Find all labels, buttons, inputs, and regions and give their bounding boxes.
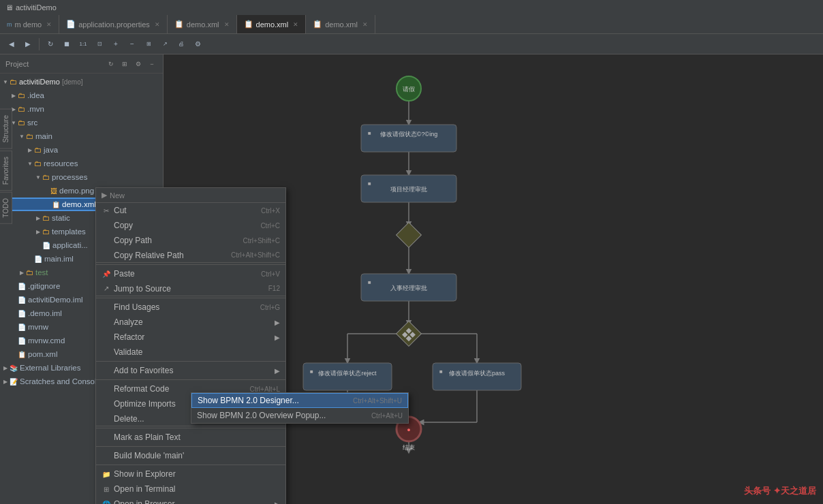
cm-favorites-arrow: ▶ [275,367,280,375]
tree-item-processes[interactable]: ▼ 🗀 processes [0,170,163,184]
cm-add-favorites[interactable]: Add to Favorites ▶ [96,363,285,378]
folder-icon: 🗀 [26,268,33,277]
svg-text:■: ■ [310,368,313,375]
cm-find-usages[interactable]: Find Usages Ctrl+G [96,300,285,315]
main-layout: Project ↻ ⊞ ⚙ − ▼ 🗀 activitiDemo [demo] … [0,54,823,504]
tab-demo-xml-1[interactable]: 📋 demo.xml ✕ [168,15,237,33]
title-bar: 🖥 activitiDemo [0,0,823,15]
cm-copy-relative-path[interactable]: Copy Relative Path Ctrl+Alt+Shift+C [96,248,285,263]
cm-refactor-label: Refactor [114,332,144,342]
toolbar-print[interactable]: 🖨 [174,37,189,52]
cm-paste-label: Paste [114,269,135,279]
tree-arrow: ▼ [1,78,10,86]
toolbar-1to1[interactable]: 1:1 [76,37,91,52]
cmd-icon: 📄 [18,337,26,345]
toolbar-zoom-out[interactable]: − [125,37,140,52]
cm-analyze[interactable]: Analyze ▶ [96,315,285,330]
tab-demo-xml-3[interactable]: 📋 demo.xml ✕ [306,15,375,33]
tab-m-demo[interactable]: m m demo ✕ [0,15,59,33]
jump-icon: ↗ [102,285,111,292]
tree-item-idea[interactable]: ▶ 🗀 .idea [0,89,163,102]
cm-paste-shortcut: Ctrl+V [261,270,280,278]
cm-optimize-label: Optimize Imports [114,399,176,409]
svg-text:修改请假状态©?©ing: 修改请假状态©?©ing [380,131,437,138]
paste-icon: 📌 [102,270,111,278]
folder-icon: 🗀 [42,173,50,181]
tree-label: demo.xml [62,200,96,208]
cm-find-shortcut: Ctrl+G [260,304,280,311]
folder-icon: 🗀 [26,132,33,140]
toolbar-refresh[interactable]: ↻ [43,37,58,52]
tab-application-properties[interactable]: 📄 application.properties ✕ [59,15,168,33]
tree-label: mvnw [28,323,48,331]
cm-delete-label: Delete... [114,414,144,424]
cm-refactor[interactable]: Refactor ▶ [96,330,285,345]
tree-item-mvn[interactable]: ▶ 🗀 .mvn [0,102,163,116]
toolbar-export[interactable]: ↗ [157,37,172,52]
tree-label: activitiDemo.iml [28,296,83,304]
tree-arrow: ▶ [34,214,42,222]
cm-sep-3 [96,361,285,362]
tree-arrow: ▶ [34,227,42,236]
submenu-show-bpmn[interactable]: Show BPMN 2.0 Designer... Ctrl+Alt+Shift… [191,393,408,408]
cm-build-module[interactable]: Build Module 'main' [96,448,285,463]
sidebar-close-icon[interactable]: − [146,59,157,69]
cm-paste[interactable]: 📌 Paste Ctrl+V [96,266,285,281]
watermark: 头条号 ✦天之道居 [744,485,816,497]
tab-icon: m [7,21,12,28]
cm-show-explorer[interactable]: 📁 Show in Explorer [96,467,285,482]
toolbar-back[interactable]: ◀ [4,37,19,52]
cm-open-browser[interactable]: 🌐 Open in Browser ▶ [96,497,285,504]
submenu-show-bpmn-overview[interactable]: Show BPMN 2.0 Overview Popup... Ctrl+Alt… [191,408,408,423]
diagrams-submenu: Show BPMN 2.0 Designer... Ctrl+Alt+Shift… [191,392,409,424]
left-tab-structure[interactable]: Structure [0,109,12,149]
cm-cut[interactable]: ✂ Cut Ctrl+X [96,203,285,218]
cm-copy-path[interactable]: Copy Path Ctrl+Shift+C [96,233,285,248]
tree-label: main.iml [44,255,74,263]
toolbar-stop[interactable]: ⏹ [59,37,74,52]
cm-jump-to-source[interactable]: ↗ Jump to Source F12 [96,281,285,296]
sidebar-title: Project [5,60,29,68]
cm-mark-plain-text[interactable]: Mark as Plain Text [96,430,285,445]
toolbar-forward[interactable]: ▶ [20,37,35,52]
left-tab-favorites[interactable]: Favorites [0,151,12,191]
cm-validate[interactable]: Validate [96,345,285,360]
tree-item-resources[interactable]: ▼ 🗀 resources [0,157,163,170]
toolbar-settings[interactable]: ⚙ [190,37,205,52]
tree-label: .mvn [27,105,44,113]
cm-reformat-shortcut: Ctrl+Alt+L [250,385,280,393]
toolbar-zoom-fit[interactable]: ⊡ [92,37,107,52]
sidebar-expand-icon[interactable]: ⊞ [119,59,130,69]
cm-open-terminal[interactable]: ⊞ Open in Terminal [96,482,285,497]
tree-item-src[interactable]: ▼ 🗀 src [0,116,163,129]
tree-label: main [35,132,52,140]
tree-label: .idea [27,91,44,99]
svg-text:■: ■ [439,368,443,375]
svg-text:入事经理审批: 入事经理审批 [390,285,427,292]
cm-copy[interactable]: Copy Ctrl+C [96,218,285,233]
toolbar-zoom-in[interactable]: + [108,37,123,52]
tree-item-java[interactable]: ▶ 🗀 java [0,143,163,157]
tree-item-activitiDemo[interactable]: ▼ 🗀 activitiDemo [demo] [0,75,163,89]
cm-sep-7 [96,464,285,465]
left-tab-todo[interactable]: TODO [0,192,12,224]
tree-arrow: ▶ [26,146,34,154]
tree-label: templates [52,227,86,236]
cm-sep-5 [96,428,285,428]
tree-label: External Libraries [20,364,80,372]
sidebar-sync-icon[interactable]: ↻ [106,59,117,69]
tree-arrow: ▼ [34,173,42,181]
folder-icon: 🗀 [42,227,50,236]
svg-text:项目经理审批: 项目经理审批 [390,186,427,193]
svg-text:●: ● [407,426,410,433]
cm-browser-label: Open in Browser [114,499,174,504]
toolbar-layout[interactable]: ⊞ [141,37,156,52]
cm-show-explorer-label: Show in Explorer [114,469,176,479]
cm-jump-shortcut: F12 [268,285,280,292]
tree-label: processes [52,173,87,181]
svg-text:结束: 结束 [403,444,415,451]
toolbar: ◀ ▶ ↻ ⏹ 1:1 ⊡ + − ⊞ ↗ 🖨 ⚙ [0,34,823,54]
tab-demo-xml-2[interactable]: 📋 demo.xml ✕ [237,15,307,33]
sidebar-settings-icon[interactable]: ⚙ [133,59,144,69]
tree-item-main[interactable]: ▼ 🗀 main [0,129,163,143]
